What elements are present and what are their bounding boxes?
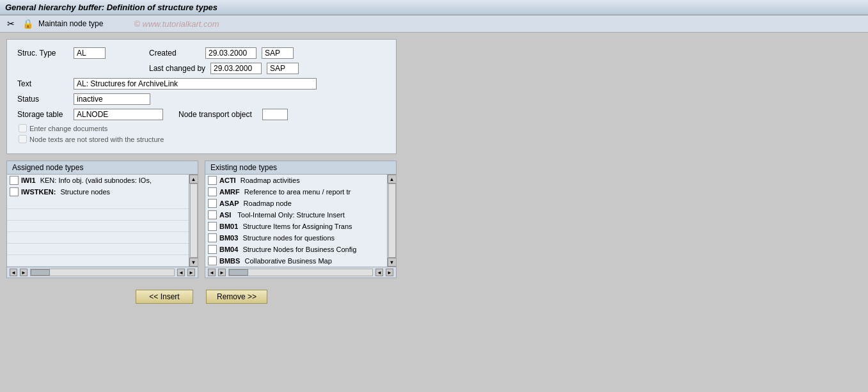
item-text: BM04 Structure Nodes for Business Config [219,246,356,253]
text-input[interactable] [74,78,317,90]
scroll-right-btn[interactable]: ► [218,269,226,276]
hscroll-thumb[interactable] [31,269,50,276]
item-checkbox[interactable] [208,187,217,196]
scroll-track [190,184,198,258]
text-row: Text [17,78,386,90]
scroll-right2-btn[interactable]: ► [187,269,195,276]
created-label: Created [149,49,200,58]
created-date-input[interactable] [205,47,256,59]
last-changed-group: Last changed by [149,63,299,74]
item-text: ASI Tool-Internal Only: Structure Insert [219,211,345,219]
empty-row [7,221,189,232]
checkbox1-row: Enter change documents [19,124,386,132]
checkbox1-label: Enter change documents [29,125,107,132]
scroll-left2-btn[interactable]: ◄ [375,269,383,276]
bottom-panel: Assigned node types IWI1 KEN: Info obj. … [6,161,397,278]
item-text: ASAP Roadmap node [219,200,292,207]
checkbox2-row: Node texts are not stored with the struc… [19,135,386,143]
last-changed-label: Last changed by [149,64,205,73]
item-checkbox[interactable] [208,210,217,219]
assigned-hscroll: ◄ ► ◄ ► [7,267,198,278]
last-changed-row: Last changed by [17,63,386,74]
node-transport-input[interactable] [262,109,288,120]
item-checkbox[interactable] [10,176,19,185]
scroll-left-btn[interactable]: ◄ [208,269,216,276]
list-item: ASAP Roadmap node [205,198,387,209]
insert-button[interactable]: << Insert [136,290,193,304]
remove-button[interactable]: Remove >> [206,290,267,304]
storage-label: Storage table [17,110,68,119]
struc-type-label: Struc. Type [17,49,68,58]
list-item: AMRF Reference to area menu / report tr [205,186,387,198]
created-by-input[interactable] [262,47,294,59]
empty-row [7,244,189,255]
assigned-scrollbar: ▲ ▼ [189,175,198,267]
scroll-up-btn[interactable]: ▲ [189,175,198,184]
item-text: BM01 Structure Items for Assigning Trans [219,223,352,230]
item-text: IWI1 KEN: Info obj. (valid subnodes: IOs… [21,176,152,184]
status-row: Status [17,93,386,105]
empty-row [7,209,189,221]
item-checkbox[interactable] [208,199,217,208]
hscroll-track [30,269,175,276]
scroll-right2-btn[interactable]: ► [386,269,393,276]
struc-type-input[interactable] [74,47,106,59]
scroll-left2-btn[interactable]: ◄ [177,269,185,276]
existing-panel: Existing node types ACTI Roadmap activit… [205,161,397,278]
storage-row: Storage table Node transport object [17,109,386,120]
item-text: IWSTKEN: Structure nodes [21,188,110,196]
text-label: Text [17,79,68,88]
hscroll-thumb[interactable] [229,269,248,276]
item-checkbox[interactable] [208,222,217,231]
existing-scrollbar: ▲ ▼ [387,175,396,267]
created-group: Created [149,47,294,59]
last-changed-by-input[interactable] [267,63,299,74]
assigned-panel: Assigned node types IWI1 KEN: Info obj. … [6,161,198,278]
item-checkbox[interactable] [208,233,217,242]
existing-panel-content: ACTI Roadmap activities AMRF Reference t… [205,175,396,267]
scroll-down-btn[interactable]: ▼ [388,258,397,267]
form-panel: Struc. Type Created Last changed by Text [6,39,397,154]
node-transport-label: Node transport object [178,110,252,119]
item-text: BMBS Collaborative Business Map [219,257,332,265]
list-item: BM04 Structure Nodes for Business Config [205,244,387,255]
toolbar-label: Maintain node type [38,19,103,28]
item-text: AMRF Reference to area menu / report tr [219,188,351,196]
scroll-left-btn[interactable]: ◄ [10,269,17,276]
item-text: BM03 Structure nodes for questions [219,234,335,242]
list-item: ASI Tool-Internal Only: Structure Insert [205,209,387,221]
existing-hscroll: ◄ ► ◄ ► [205,267,396,278]
scroll-right-btn[interactable]: ► [20,269,28,276]
assigned-list: IWI1 KEN: Info obj. (valid subnodes: IOs… [7,175,189,267]
item-text: ACTI Roadmap activities [219,176,300,184]
list-item: IWSTKEN: Structure nodes [7,186,189,198]
empty-row [7,255,189,267]
list-item: BM03 Structure nodes for questions [205,232,387,244]
last-changed-date-input[interactable] [210,63,262,74]
item-checkbox[interactable] [10,187,19,196]
status-input[interactable] [74,93,150,105]
scroll-up-btn[interactable]: ▲ [388,175,397,184]
scroll-track [388,184,396,258]
list-item: BM01 Structure Items for Assigning Trans [205,221,387,232]
scroll-down-btn[interactable]: ▼ [189,258,198,267]
change-docs-checkbox[interactable] [19,124,27,132]
item-checkbox[interactable] [208,245,217,254]
main-content: Struc. Type Created Last changed by Text [0,33,868,310]
empty-row [7,232,189,244]
storage-input[interactable] [74,109,163,120]
buttons-row: << Insert Remove >> [6,290,397,304]
assigned-panel-header: Assigned node types [7,161,198,175]
toolbar: ✂ 🔒 Maintain node type © www.tutorialkar… [0,15,868,33]
hscroll-track [228,269,373,276]
scissors-icon[interactable]: ✂ [5,18,17,29]
item-checkbox[interactable] [208,256,217,265]
watermark: © www.tutorialkart.com [134,19,219,29]
status-label: Status [17,95,68,104]
title-bar: General hierarchy buffer: Definition of … [0,0,868,15]
lock-icon[interactable]: 🔒 [22,18,33,29]
node-texts-checkbox[interactable] [19,135,27,143]
list-item: IWI1 KEN: Info obj. (valid subnodes: IOs… [7,175,189,186]
item-checkbox[interactable] [208,176,217,185]
list-item: BMBS Collaborative Business Map [205,255,387,267]
